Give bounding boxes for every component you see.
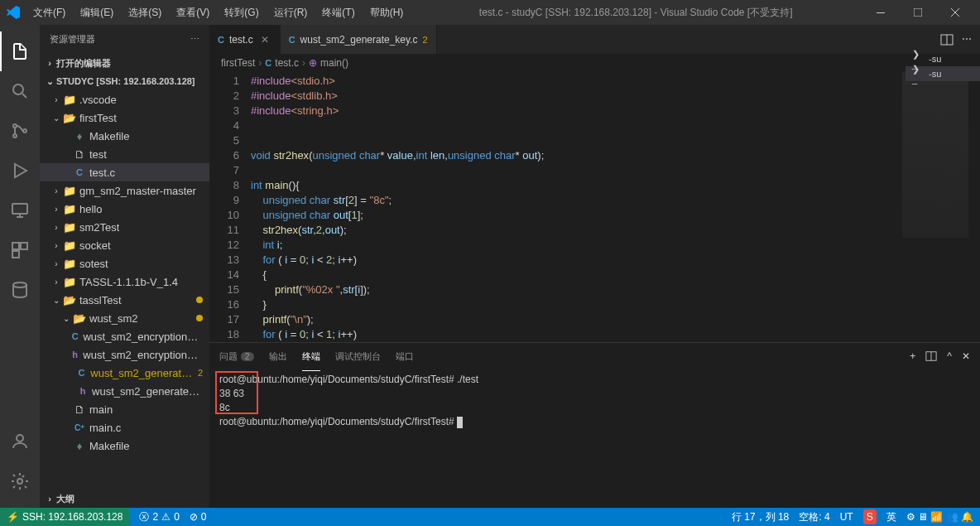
tree-item[interactable]: ›📁gm_sm2_master-master <box>40 181 209 200</box>
sb-ports[interactable]: ⊘0 <box>190 511 207 523</box>
panel-tab-ports[interactable]: 端口 <box>396 347 414 366</box>
svg-point-2 <box>13 84 23 94</box>
svg-point-5 <box>23 129 26 133</box>
editor-split-icon[interactable] <box>940 33 954 46</box>
tree-item[interactable]: ›📁.vscode <box>40 90 209 109</box>
tree-item[interactable]: Ctest.c <box>40 163 209 181</box>
tree-item[interactable]: ›📁socket <box>40 236 209 254</box>
tab-close-icon[interactable]: ✕ <box>258 33 271 46</box>
tree-item[interactable]: ♦Makefile <box>40 127 209 145</box>
panel-new-terminal-icon[interactable]: + <box>910 350 915 362</box>
panel-tab-problems[interactable]: 问题2 <box>219 347 254 366</box>
window-close[interactable] <box>936 0 973 25</box>
terminal-list-item[interactable]: ❯_-su <box>906 66 980 81</box>
panel-split-icon[interactable] <box>925 350 937 362</box>
editor-area: Ctest.c✕Cwust_sm2_generate_key.c2 ⋯ firs… <box>209 25 980 508</box>
section-project[interactable]: ⌄STUDYC [SSH: 192.168.203.128] <box>40 72 209 90</box>
activity-bar <box>0 25 40 508</box>
svg-point-10 <box>13 282 26 287</box>
menu-edit[interactable]: 编辑(E) <box>74 2 120 23</box>
activity-account[interactable] <box>0 422 40 461</box>
sb-spaces[interactable]: 空格: 4 <box>799 510 829 524</box>
activity-sqltools[interactable] <box>0 270 40 310</box>
section-open-editors[interactable]: ›打开的编辑器 <box>40 54 209 72</box>
menu-goto[interactable]: 转到(G) <box>218 2 265 23</box>
svg-rect-1 <box>914 8 922 17</box>
sb-lang[interactable]: 英 <box>886 510 896 524</box>
panel: 问题2 输出 终端 调试控制台 端口 + ^ ✕ root@ubuntu:/ho… <box>209 342 980 508</box>
statusbar: ⚡SSH: 192.168.203.128 ⓧ2⚠0 ⊘0 行 17，列 18 … <box>0 508 980 526</box>
panel-tab-output[interactable]: 输出 <box>269 347 287 366</box>
tree-item[interactable]: ♦Makefile <box>40 437 209 455</box>
tree-item[interactable]: ⌄📂firstTest <box>40 109 209 127</box>
terminal[interactable]: root@ubuntu:/home/yiqi/Documents/studyC/… <box>209 369 980 508</box>
svg-rect-9 <box>12 251 19 258</box>
panel-maximize-icon[interactable]: ^ <box>947 350 952 362</box>
vscode-icon <box>7 6 20 19</box>
activity-debug[interactable] <box>0 151 40 191</box>
code-editor[interactable]: 123456789101112131415161718192021222324 … <box>209 72 980 342</box>
svg-point-3 <box>13 124 17 128</box>
tree-item[interactable]: hwust_sm2_encryption_decryption.h <box>40 345 209 364</box>
sb-ime[interactable]: S <box>863 509 877 524</box>
window-title: test.c - studyC [SSH: 192.168.203.128] -… <box>410 6 862 20</box>
terminal-list: ❯_-su❯_-su <box>906 51 980 81</box>
sb-remote[interactable]: ⚡SSH: 192.168.203.128 <box>0 508 129 526</box>
svg-rect-0 <box>877 12 885 13</box>
menu-run[interactable]: 运行(R) <box>267 2 315 23</box>
activity-remote[interactable] <box>0 191 40 230</box>
tree-item[interactable]: ⌄📂tasslTest <box>40 291 209 309</box>
tree-item[interactable]: C⁺main.c <box>40 418 209 437</box>
activity-scm[interactable] <box>0 111 40 151</box>
activity-search[interactable] <box>0 71 40 111</box>
breadcrumb[interactable]: firstTest› Ctest.c› ⊕main() <box>209 54 980 72</box>
file-tree: ›📁.vscode⌄📂firstTest♦Makefile🗋testCtest.… <box>40 90 209 490</box>
activity-explorer[interactable] <box>0 31 40 71</box>
svg-rect-8 <box>21 243 27 249</box>
minimap[interactable] <box>902 72 968 238</box>
menu-select[interactable]: 选择(S) <box>122 2 168 23</box>
sidebar: 资源管理器 ⋯ ›打开的编辑器 ⌄STUDYC [SSH: 192.168.20… <box>40 25 209 508</box>
section-outline[interactable]: ›大纲 <box>40 490 209 508</box>
tree-item[interactable]: ⌄📂wust_sm2 <box>40 309 209 327</box>
editor-more-icon[interactable]: ⋯ <box>962 33 972 46</box>
editor-tab[interactable]: Cwust_sm2_generate_key.c2 <box>281 25 437 54</box>
tree-item[interactable]: ›📁hello <box>40 200 209 218</box>
svg-point-4 <box>13 134 17 138</box>
svg-rect-6 <box>12 204 27 214</box>
editor-tab[interactable]: Ctest.c✕ <box>209 25 281 54</box>
panel-close-icon[interactable]: ✕ <box>962 350 970 362</box>
sb-errors[interactable]: ⓧ2⚠0 <box>139 510 179 524</box>
tree-item[interactable]: ›📁sotest <box>40 254 209 273</box>
svg-point-11 <box>17 435 23 442</box>
sb-line-col[interactable]: 行 17，列 18 <box>732 510 789 524</box>
sb-encoding[interactable]: UT <box>840 511 853 523</box>
tree-item[interactable]: hwust_sm2_generate_key.h <box>40 382 209 400</box>
window-minimize[interactable] <box>862 0 899 25</box>
tree-item[interactable]: Cwust_sm2_generate_key.c2 <box>40 364 209 382</box>
activity-settings[interactable] <box>0 461 40 501</box>
menu-terminal[interactable]: 终端(T) <box>315 2 361 23</box>
tree-item[interactable]: Cwust_sm2_encryption_decryption.c <box>40 327 209 345</box>
menu-view[interactable]: 查看(V) <box>170 2 216 23</box>
panel-tab-debug[interactable]: 调试控制台 <box>335 347 381 366</box>
tree-item[interactable]: ›📁TASSL-1.1.1b-V_1.4 <box>40 273 209 291</box>
titlebar: 文件(F) 编辑(E) 选择(S) 查看(V) 转到(G) 运行(R) 终端(T… <box>0 0 980 25</box>
menu-file[interactable]: 文件(F) <box>26 2 72 23</box>
tree-item[interactable]: 🗋test <box>40 145 209 163</box>
menu-help[interactable]: 帮助(H) <box>363 2 411 23</box>
sidebar-more-icon[interactable]: ⋯ <box>190 34 199 45</box>
panel-tab-terminal[interactable]: 终端 <box>302 347 320 366</box>
activity-extensions[interactable] <box>0 230 40 270</box>
tree-item[interactable]: 🗋main <box>40 400 209 418</box>
sidebar-title: 资源管理器 <box>50 33 95 46</box>
window-maximize[interactable] <box>899 0 936 25</box>
svg-point-12 <box>17 479 22 484</box>
tabs-bar: Ctest.c✕Cwust_sm2_generate_key.c2 ⋯ <box>209 25 980 54</box>
svg-rect-7 <box>12 243 19 249</box>
tree-item[interactable]: ›📁sm2Test <box>40 218 209 236</box>
sb-tray-icons[interactable]: ⚙ 🖥 📶 👥 🔔 <box>906 511 973 523</box>
